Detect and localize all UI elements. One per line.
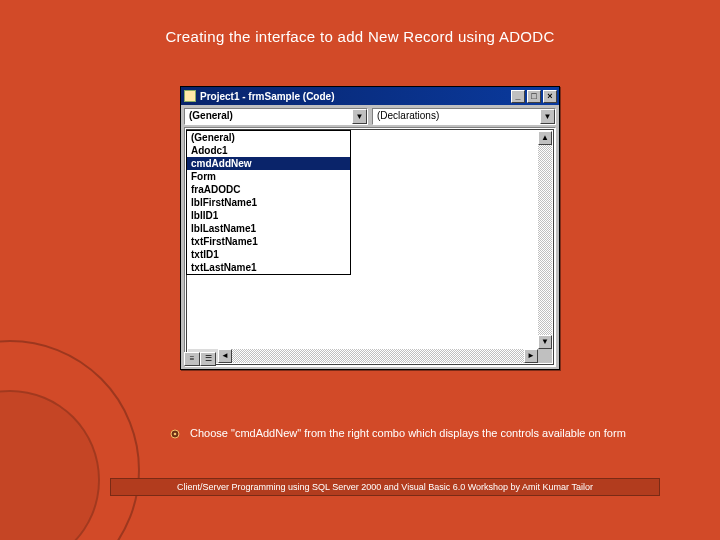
close-button[interactable]: × <box>543 90 557 103</box>
dropdown-item[interactable]: lblLastName1 <box>187 222 350 235</box>
minimize-button[interactable]: _ <box>511 90 525 103</box>
instruction-bullet: Choose "cmdAddNew" from the right combo … <box>170 427 680 439</box>
titlebar[interactable]: Project1 - frmSample (Code) _ □ × <box>181 87 559 105</box>
scroll-up-icon[interactable]: ▲ <box>538 131 552 145</box>
window-title: Project1 - frmSample (Code) <box>200 91 511 102</box>
svg-point-1 <box>174 433 177 436</box>
scroll-h-track[interactable] <box>232 349 524 363</box>
dropdown-item[interactable]: cmdAddNew <box>187 157 350 170</box>
full-module-view-button[interactable]: ☰ <box>200 352 216 366</box>
procedure-view-button[interactable]: ≡ <box>184 352 200 366</box>
dropdown-item[interactable]: lblFirstName1 <box>187 196 350 209</box>
procedure-combo-text: (Declarations) <box>373 109 540 124</box>
dropdown-item[interactable]: Adodc1 <box>187 144 350 157</box>
maximize-button[interactable]: □ <box>527 90 541 103</box>
bullet-icon <box>170 429 180 439</box>
code-window: Project1 - frmSample (Code) _ □ × (Gener… <box>180 86 560 370</box>
combo-row: (General) ▼ (Declarations) ▼ <box>181 105 559 127</box>
scroll-right-icon[interactable]: ► <box>524 349 538 363</box>
scroll-v-track[interactable] <box>538 145 552 335</box>
slide-title: Creating the interface to add New Record… <box>0 28 720 45</box>
object-combo-text: (General) <box>185 109 352 124</box>
dropdown-item[interactable]: lblID1 <box>187 209 350 222</box>
scroll-corner <box>538 349 552 363</box>
dropdown-item[interactable]: Form <box>187 170 350 183</box>
dropdown-item[interactable]: fraADODC <box>187 183 350 196</box>
dropdown-item[interactable]: txtLastName1 <box>187 261 350 274</box>
dropdown-item[interactable]: txtFirstName1 <box>187 235 350 248</box>
vertical-scrollbar[interactable]: ▲ ▼ <box>538 131 552 349</box>
object-combo[interactable]: (General) ▼ <box>184 108 368 125</box>
dropdown-item[interactable]: (General) <box>187 131 350 144</box>
form-icon <box>184 90 196 102</box>
dropdown-item[interactable]: txtID1 <box>187 248 350 261</box>
object-combo-arrow-icon[interactable]: ▼ <box>352 109 367 124</box>
procedure-combo[interactable]: (Declarations) ▼ <box>372 108 556 125</box>
code-editor[interactable]: (General)Adodc1cmdAddNewFormfraADODClblF… <box>186 129 554 365</box>
view-tabs: ≡ ☰ <box>184 352 216 366</box>
horizontal-scrollbar[interactable]: ◄ ► <box>188 349 538 363</box>
procedure-combo-arrow-icon[interactable]: ▼ <box>540 109 555 124</box>
editor-area: (General)Adodc1cmdAddNewFormfraADODClblF… <box>184 127 556 367</box>
scroll-left-icon[interactable]: ◄ <box>218 349 232 363</box>
footer-text: Client/Server Programming using SQL Serv… <box>110 478 660 496</box>
scroll-down-icon[interactable]: ▼ <box>538 335 552 349</box>
instruction-text: Choose "cmdAddNew" from the right combo … <box>190 427 626 439</box>
object-combo-dropdown[interactable]: (General)Adodc1cmdAddNewFormfraADODClblF… <box>186 130 351 275</box>
